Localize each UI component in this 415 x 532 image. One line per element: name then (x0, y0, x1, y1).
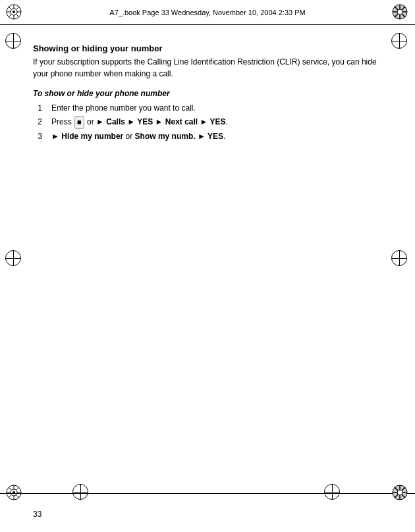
step-3-bold2: Show my numb. ► YES (135, 132, 223, 141)
menu-key-icon: ■ (74, 116, 84, 129)
svg-line-28 (9, 487, 11, 490)
page-corner-tl (5, 33, 24, 51)
svg-line-8 (16, 14, 19, 17)
svg-point-2 (13, 11, 15, 13)
steps-list: 1 Enter the phone number you want to cal… (33, 102, 382, 143)
step-2-text: Press ■ or ► Calls ► YES ► Next call ► Y… (51, 116, 382, 129)
step-3: 3 ► Hide my number or Show my numb. ► YE… (33, 130, 382, 143)
bottom-border (0, 493, 415, 494)
svg-point-12 (397, 9, 402, 14)
page-corner-bmr (324, 484, 343, 502)
step-3-num: 3 (33, 130, 42, 143)
page-corner-bl (5, 484, 24, 502)
svg-line-29 (16, 495, 19, 498)
page-corner-tr (391, 33, 410, 51)
header-bar: A7_.book Page 33 Wednesday, November 10,… (0, 0, 415, 25)
svg-point-33 (397, 490, 402, 495)
page-number: 33 (33, 510, 42, 519)
header-left-icon (5, 3, 24, 22)
step-3-text: ► Hide my number or Show my numb. ► YES. (51, 130, 382, 143)
section-title: Showing or hiding your number (33, 43, 382, 53)
step-1: 1 Enter the phone number you want to cal… (33, 102, 382, 115)
step-2-bold1: ► Calls ► YES ► Next call ► YES (96, 117, 225, 126)
step-1-num: 1 (33, 102, 42, 115)
svg-line-31 (9, 495, 11, 498)
page-corner-ml (5, 250, 24, 269)
step-2: 2 Press ■ or ► Calls ► YES ► Next call ►… (33, 116, 382, 129)
step-2-num: 2 (33, 116, 42, 129)
svg-line-30 (16, 487, 19, 490)
subsection-title: To show or hide your phone number (33, 89, 382, 98)
main-content: Showing or hiding your number If your su… (33, 32, 382, 492)
svg-line-7 (9, 7, 11, 9)
svg-point-23 (13, 491, 15, 494)
step-3-bold1: ► Hide my number (51, 132, 123, 141)
section-body: If your subscription supports the Callin… (33, 56, 382, 80)
svg-line-9 (16, 7, 19, 9)
page-corner-br (391, 484, 410, 502)
svg-line-10 (9, 14, 11, 17)
header-right-icon (391, 3, 410, 22)
page-corner-bml (72, 484, 91, 502)
header-text: A7_.book Page 33 Wednesday, November 10,… (109, 9, 305, 16)
page-corner-mr (391, 250, 410, 269)
step-1-text: Enter the phone number you want to call. (51, 102, 382, 115)
